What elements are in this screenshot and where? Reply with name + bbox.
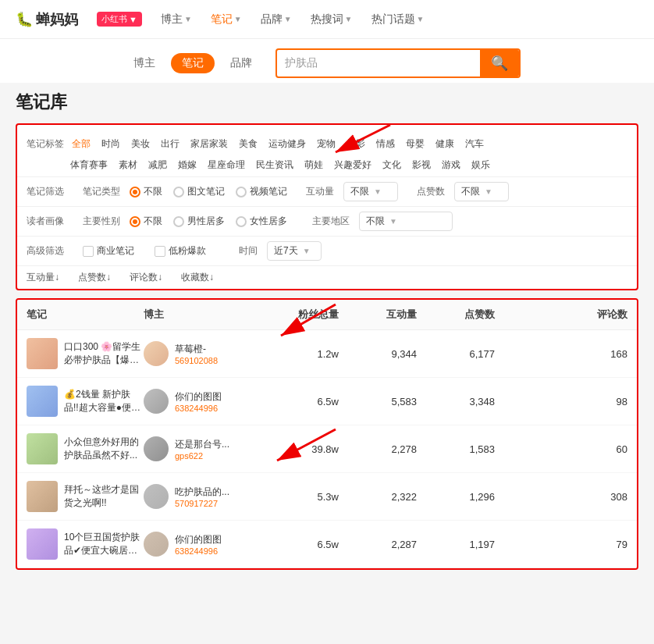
radio-graphic[interactable]: 图文笔记 bbox=[173, 185, 225, 198]
radio-gender-all[interactable]: 不限 bbox=[130, 215, 162, 228]
table-row[interactable]: 小众但意外好用的护肤品虽然不好... 还是那台号... gps622 39.8w… bbox=[17, 425, 637, 473]
logo-icon: 🐛 bbox=[16, 11, 33, 28]
comments-num-1: 98 bbox=[617, 396, 627, 407]
comments-num-4: 79 bbox=[617, 539, 627, 550]
search-button[interactable]: 🔍 bbox=[480, 50, 519, 76]
note-thumbnail-4 bbox=[27, 528, 58, 560]
note-thumbnail-0 bbox=[27, 338, 58, 369]
nav-item-blogger[interactable]: 博主 ▼ bbox=[161, 12, 192, 27]
blogger-cell-0: 草莓橙- 569102088 bbox=[144, 341, 261, 366]
nav-arrow-icon: ▼ bbox=[234, 15, 242, 23]
likes-num-0: 6,177 bbox=[469, 348, 495, 360]
table-row[interactable]: 口口300 🌸留学生必带护肤品【爆炸好用 草莓橙- 569102088 1.2w… bbox=[17, 330, 637, 378]
time-label: 时间 bbox=[239, 244, 258, 258]
note-cell-3: 拜托～这些才是国货之光啊!! bbox=[27, 481, 144, 512]
search-tabs: 博主 笔记 品牌 bbox=[133, 53, 252, 73]
tag-health[interactable]: 健康 bbox=[432, 136, 457, 152]
tag-photo[interactable]: 摄影 bbox=[343, 136, 368, 152]
tag-travel[interactable]: 出行 bbox=[158, 136, 183, 152]
radio-gender-male[interactable]: 男性居多 bbox=[173, 215, 225, 228]
nav-arrow-icon: ▼ bbox=[345, 15, 353, 23]
time-select[interactable]: 近7天 ▼ bbox=[267, 241, 322, 261]
col-header-comments: 评论数 bbox=[495, 308, 627, 322]
tag-news[interactable]: 民生资讯 bbox=[253, 157, 297, 173]
nav-item-notes[interactable]: 笔记 ▼ bbox=[211, 12, 242, 27]
fans-num-1: 6.5w bbox=[318, 396, 339, 407]
likes-num-1: 3,348 bbox=[469, 396, 495, 407]
note-cell-4: 10个巨丑国货护肤品✔便宜大碗居然那... bbox=[27, 528, 144, 560]
sort-likes[interactable]: 点赞数↓ bbox=[78, 271, 111, 284]
likes-cell-1: 3,348 bbox=[417, 396, 495, 407]
tag-pet[interactable]: 宠物 bbox=[314, 136, 339, 152]
blogger-id-0: 569102088 bbox=[175, 356, 218, 365]
blogger-info-0: 草莓橙- 569102088 bbox=[175, 343, 218, 365]
search-input[interactable] bbox=[277, 52, 480, 74]
note-cell-0: 口口300 🌸留学生必带护肤品【爆炸好用 bbox=[27, 338, 144, 369]
note-title-4: 10个巨丑国货护肤品✔便宜大碗居然那... bbox=[64, 531, 144, 557]
tag-culture[interactable]: 文化 bbox=[379, 157, 404, 173]
advanced-filter-row: 高级筛选 商业笔记 低粉爆款 时间 近7天 ▼ bbox=[17, 236, 637, 265]
page-title: 笔记库 bbox=[16, 91, 638, 114]
interact-select[interactable]: 不限 ▼ bbox=[343, 182, 398, 201]
tag-hobby[interactable]: 兴趣爱好 bbox=[331, 157, 375, 173]
tag-film[interactable]: 影视 bbox=[409, 157, 434, 173]
radio-gender-female[interactable]: 女性居多 bbox=[236, 215, 287, 228]
tag-material[interactable]: 素材 bbox=[116, 157, 140, 173]
tag-fashion[interactable]: 时尚 bbox=[98, 136, 123, 152]
tab-blogger[interactable]: 博主 bbox=[133, 53, 155, 73]
tab-notes[interactable]: 笔记 bbox=[171, 53, 215, 73]
radio-unlimited[interactable]: 不限 bbox=[130, 185, 162, 198]
tag-kids[interactable]: 萌娃 bbox=[301, 157, 326, 173]
checkbox-box-low-fans bbox=[155, 246, 165, 257]
tag-astrology[interactable]: 星座命理 bbox=[204, 157, 248, 173]
blogger-name-2: 还是那台号... bbox=[175, 438, 229, 451]
fans-num-0: 1.2w bbox=[318, 348, 339, 360]
tag-auto[interactable]: 汽车 bbox=[462, 136, 487, 152]
time-select-arrow: ▼ bbox=[303, 247, 311, 255]
table-row[interactable]: 💰2钱量 新护肤品!!超大容量●便宜还好用 你们的图图 638244996 6.… bbox=[17, 378, 637, 425]
note-thumbnail-1 bbox=[27, 386, 58, 417]
tag-sports-event[interactable]: 体育赛事 bbox=[67, 157, 111, 173]
sort-comments[interactable]: 评论数↓ bbox=[130, 271, 162, 284]
tag-parenting[interactable]: 母婴 bbox=[403, 136, 428, 152]
tag-emotion[interactable]: 情感 bbox=[373, 136, 398, 152]
reader-filter-row: 读者画像 主要性别 不限 男性居多 女性居多 主要 bbox=[17, 206, 637, 236]
tag-all[interactable]: 全部 bbox=[69, 136, 94, 152]
sort-engage[interactable]: 互动量↓ bbox=[27, 271, 59, 284]
engage-cell-4: 2,287 bbox=[339, 539, 417, 550]
tag-row-2: 体育赛事 素材 减肥 婚嫁 星座命理 民生资讯 萌娃 兴趣爱好 文化 影视 游戏… bbox=[17, 155, 637, 176]
platform-badge[interactable]: 小红书 ▼ bbox=[97, 12, 142, 27]
blogger-id-1: 638244996 bbox=[175, 404, 222, 413]
tag-food[interactable]: 美食 bbox=[236, 136, 261, 152]
tag-diet[interactable]: 减肥 bbox=[145, 157, 170, 173]
likes-select[interactable]: 不限 ▼ bbox=[454, 182, 509, 201]
checkbox-commercial[interactable]: 商业笔记 bbox=[83, 244, 134, 258]
fans-num-2: 39.8w bbox=[311, 443, 339, 455]
region-select[interactable]: 不限 ▼ bbox=[359, 212, 453, 231]
radio-dot-gender-male bbox=[173, 216, 184, 227]
tag-row: 笔记标签 全部 时尚 美妆 出行 家居家装 美食 运动健身 宠物 摄影 情感 母… bbox=[17, 133, 637, 155]
nav-item-hot-topics[interactable]: 热门话题 ▼ bbox=[371, 12, 425, 27]
tag-sport[interactable]: 运动健身 bbox=[265, 136, 309, 152]
table-row[interactable]: 拜托～这些才是国货之光啊!! 吃护肤品的... 570917227 5.3w 2… bbox=[17, 473, 637, 521]
table-row[interactable]: 10个巨丑国货护肤品✔便宜大碗居然那... 你们的图图 638244996 6.… bbox=[17, 521, 637, 568]
tag-home[interactable]: 家居家装 bbox=[187, 136, 231, 152]
tag-games[interactable]: 游戏 bbox=[439, 157, 464, 173]
nav-item-hot-search[interactable]: 热搜词 ▼ bbox=[311, 12, 353, 27]
tag-wedding[interactable]: 婚嫁 bbox=[175, 157, 200, 173]
tab-brand[interactable]: 品牌 bbox=[230, 53, 252, 73]
note-filter-label: 笔记筛选 bbox=[27, 185, 73, 198]
radio-dot-gender-female bbox=[236, 216, 247, 227]
blogger-info-2: 还是那台号... gps622 bbox=[175, 438, 229, 461]
nav-item-brand[interactable]: 品牌 ▼ bbox=[261, 12, 292, 27]
gender-radio-group: 不限 男性居多 女性居多 bbox=[130, 215, 287, 228]
results-table: 笔记 博主 粉丝总量 互动量 点赞数 评论数 bbox=[16, 298, 638, 570]
sort-favorites[interactable]: 收藏数↓ bbox=[181, 271, 214, 284]
engage-num-2: 2,278 bbox=[391, 443, 417, 455]
radio-video[interactable]: 视频笔记 bbox=[236, 185, 287, 198]
tag-entertainment[interactable]: 娱乐 bbox=[468, 157, 493, 173]
tag-beauty[interactable]: 美妆 bbox=[128, 136, 153, 152]
checkbox-low-fans[interactable]: 低粉爆款 bbox=[155, 244, 206, 258]
engage-cell-0: 9,344 bbox=[339, 348, 417, 360]
fans-cell-4: 6.5w bbox=[261, 539, 339, 550]
